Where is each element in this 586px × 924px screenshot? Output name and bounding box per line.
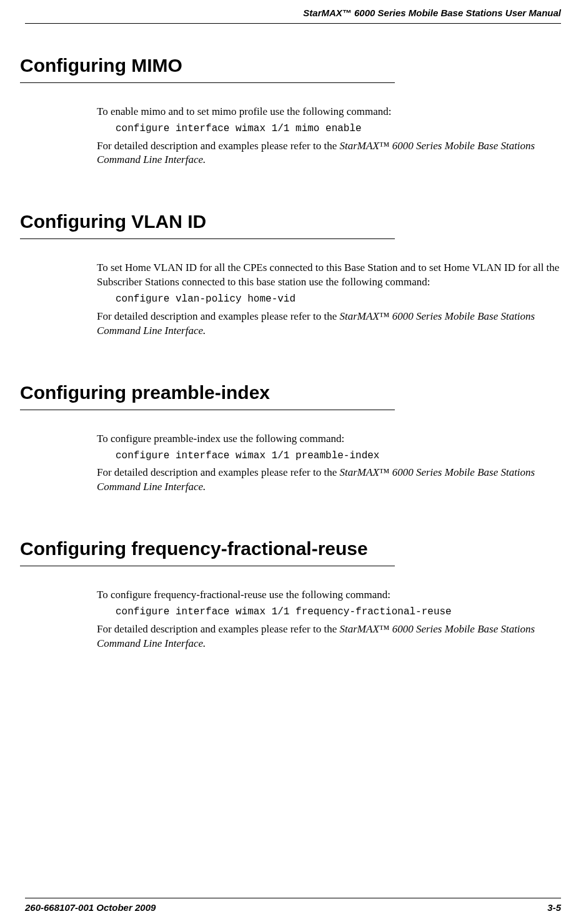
code-command: configure interface wimax 1/1 preamble-i… <box>116 450 561 463</box>
section-rule <box>20 238 395 239</box>
footer-row: 260-668107-001 October 2009 3-5 <box>25 902 561 913</box>
section-rule <box>20 82 395 83</box>
code-command: configure interface wimax 1/1 frequency-… <box>116 606 561 619</box>
footer-right: 3-5 <box>547 902 561 913</box>
code-command: configure interface wimax 1/1 mimo enabl… <box>116 122 561 136</box>
intro-text: To configure preamble-index use the foll… <box>97 432 561 446</box>
page-content: Configuring MIMO To enable mimo and to s… <box>0 24 586 651</box>
section-body: To enable mimo and to set mimo profile u… <box>97 105 561 167</box>
desc-prefix: For detailed description and examples pl… <box>97 310 340 322</box>
code-command: configure vlan-policy home-vid <box>116 293 561 307</box>
section-body: To configure preamble-index use the foll… <box>97 432 561 494</box>
section-body: To configure frequency-fractional-reuse … <box>97 588 561 651</box>
page-footer: 260-668107-001 October 2009 3-5 <box>0 898 586 913</box>
desc-text: For detailed description and examples pl… <box>97 622 561 651</box>
intro-text: To enable mimo and to set mimo profile u… <box>97 105 561 119</box>
section-heading: Configuring MIMO <box>20 55 561 76</box>
section-mimo: Configuring MIMO To enable mimo and to s… <box>25 55 561 167</box>
section-heading: Configuring preamble-index <box>20 382 561 403</box>
desc-prefix: For detailed description and examples pl… <box>97 140 340 152</box>
section-preamble: Configuring preamble-index To configure … <box>25 382 561 494</box>
footer-left: 260-668107-001 October 2009 <box>25 902 156 913</box>
desc-prefix: For detailed description and examples pl… <box>97 623 340 635</box>
section-rule <box>20 566 395 566</box>
page-header: StarMAX™ 6000 Series Mobile Base Station… <box>0 0 586 23</box>
section-rule <box>20 410 395 410</box>
section-body: To set Home VLAN ID for all the CPEs con… <box>97 261 561 338</box>
desc-text: For detailed description and examples pl… <box>97 466 561 494</box>
section-vlan: Configuring VLAN ID To set Home VLAN ID … <box>25 211 561 338</box>
desc-prefix: For detailed description and examples pl… <box>97 466 340 478</box>
section-frequency: Configuring frequency-fractional-reuse T… <box>25 538 561 651</box>
desc-text: For detailed description and examples pl… <box>97 310 561 338</box>
header-title: StarMAX™ 6000 Series Mobile Base Station… <box>303 7 561 18</box>
intro-text: To configure frequency-fractional-reuse … <box>97 588 561 602</box>
section-heading: Configuring frequency-fractional-reuse <box>20 538 561 559</box>
section-heading: Configuring VLAN ID <box>20 211 561 232</box>
intro-text: To set Home VLAN ID for all the CPEs con… <box>97 261 561 290</box>
footer-rule <box>25 898 561 898</box>
desc-text: For detailed description and examples pl… <box>97 139 561 168</box>
